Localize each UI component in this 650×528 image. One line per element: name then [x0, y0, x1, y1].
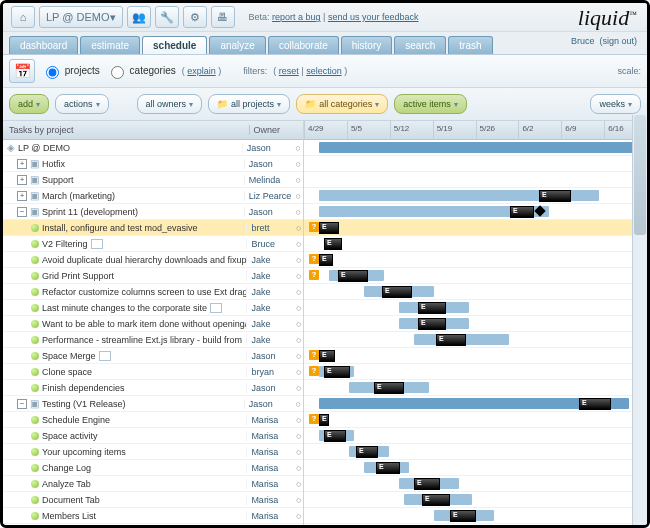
filter-selection[interactable]: selection [306, 66, 342, 76]
estimate-bar[interactable]: E [356, 446, 378, 458]
row-toggle[interactable]: ○ [295, 143, 303, 153]
gantt-row[interactable]: E [304, 204, 647, 220]
feedback-link[interactable]: send us your feedback [328, 12, 419, 22]
tab-collaborate[interactable]: collaborate [268, 36, 339, 54]
task-row[interactable]: Last minute changes to the corporate sit… [3, 300, 303, 316]
row-toggle[interactable]: ○ [296, 191, 304, 201]
gantt-row[interactable] [304, 172, 647, 188]
task-row[interactable]: Your upcoming itemsMarisa○ [3, 444, 303, 460]
calendar-icon[interactable]: 📅 [9, 59, 35, 83]
tab-analyze[interactable]: analyze [209, 36, 265, 54]
task-row[interactable]: Space MergeJason○ [3, 348, 303, 364]
row-toggle[interactable]: ○ [296, 511, 303, 521]
estimate-bar[interactable]: E [319, 222, 339, 234]
task-row[interactable]: +▣March (marketing)Liz Pearce○ [3, 188, 303, 204]
estimate-bar[interactable]: E [418, 318, 446, 330]
estimate-bar[interactable]: E [324, 366, 350, 378]
gantt-row[interactable]: E [304, 332, 647, 348]
home-icon[interactable]: ⌂ [11, 6, 35, 28]
task-row[interactable]: Space activityMarisa○ [3, 428, 303, 444]
report-bug-link[interactable]: report a bug [272, 12, 321, 22]
gantt-row[interactable] [304, 156, 647, 172]
estimate-bar[interactable]: E [539, 190, 571, 202]
task-row[interactable]: +▣SupportMelinda○ [3, 172, 303, 188]
row-toggle[interactable]: ○ [296, 271, 303, 281]
col-owner[interactable]: Owner [249, 125, 303, 135]
row-toggle[interactable]: ○ [296, 463, 303, 473]
task-row[interactable]: Members ListMarisa○ [3, 508, 303, 524]
task-row[interactable]: Avoid duplicate dual hierarchy downloads… [3, 252, 303, 268]
scrollbar[interactable] [632, 115, 647, 525]
radio-projects[interactable]: projects [41, 63, 100, 79]
estimate-bar[interactable]: E [414, 478, 440, 490]
scrollbar-thumb[interactable] [634, 115, 646, 235]
filter-reset[interactable]: reset [279, 66, 299, 76]
gantt-row[interactable]: ?E [304, 412, 647, 428]
estimate-bar[interactable]: E [579, 398, 611, 410]
estimate-bar[interactable]: E [418, 302, 446, 314]
expand-icon[interactable]: + [17, 191, 27, 201]
row-toggle[interactable]: ○ [296, 335, 303, 345]
row-toggle[interactable]: ○ [296, 159, 304, 169]
gantt-row[interactable]: ?E [304, 268, 647, 284]
gantt-row[interactable] [304, 140, 647, 156]
gantt-row[interactable]: ?E [304, 220, 647, 236]
task-row[interactable]: Schedule EngineMarisa○ [3, 412, 303, 428]
signout-link[interactable]: (sign out) [599, 36, 637, 46]
workspace-selector[interactable]: LP @ DEMO ▾ [39, 6, 123, 28]
flag-icon[interactable]: ? [309, 270, 319, 280]
task-row[interactable]: Finish dependenciesJason○ [3, 380, 303, 396]
task-row[interactable]: Search TabMarisa○ [3, 524, 303, 528]
estimate-bar[interactable]: E [510, 206, 534, 218]
tab-search[interactable]: search [394, 36, 446, 54]
row-toggle[interactable]: ○ [296, 479, 303, 489]
wrench-icon[interactable]: 🔧 [155, 6, 179, 28]
printer-icon[interactable]: 🖶 [211, 6, 235, 28]
gantt-row[interactable]: ?E [304, 364, 647, 380]
expand-icon[interactable]: + [17, 159, 27, 169]
collapse-icon[interactable]: − [17, 399, 27, 409]
gantt-row[interactable]: E [304, 428, 647, 444]
row-toggle[interactable]: ○ [296, 239, 303, 249]
tab-trash[interactable]: trash [448, 36, 492, 54]
gantt-row[interactable]: E [304, 444, 647, 460]
estimate-bar[interactable]: E [374, 382, 404, 394]
estimate-bar[interactable]: E [319, 254, 333, 266]
row-toggle[interactable]: ○ [296, 351, 303, 361]
flag-icon[interactable]: ? [309, 254, 319, 264]
gantt-row[interactable]: E [304, 284, 647, 300]
gantt-row[interactable]: E [304, 316, 647, 332]
task-row[interactable]: Analyze TabMarisa○ [3, 476, 303, 492]
add-button[interactable]: add▾ [9, 94, 49, 114]
estimate-bar[interactable]: E [319, 350, 335, 362]
explain-link[interactable]: explain [187, 66, 216, 76]
note-icon[interactable] [91, 239, 103, 249]
estimate-bar[interactable]: E [436, 334, 466, 346]
gantt-row[interactable]: E [304, 300, 647, 316]
tab-estimate[interactable]: estimate [80, 36, 140, 54]
gantt-row[interactable]: ?E [304, 252, 647, 268]
estimate-bar[interactable]: E [450, 510, 476, 522]
task-row[interactable]: Clone spacebryan○ [3, 364, 303, 380]
task-row[interactable]: Install, configure and test mod_evasiveb… [3, 220, 303, 236]
note-icon[interactable] [210, 303, 222, 313]
row-toggle[interactable]: ○ [296, 255, 303, 265]
tab-schedule[interactable]: schedule [142, 36, 207, 54]
projects-filter[interactable]: 📁 all projects▾ [208, 94, 290, 114]
user-name[interactable]: Bruce [571, 36, 595, 46]
tab-history[interactable]: history [341, 36, 392, 54]
row-toggle[interactable]: ○ [296, 223, 303, 233]
task-row[interactable]: −▣Sprint 11 (development)Jason○ [3, 204, 303, 220]
row-toggle[interactable]: ○ [296, 303, 303, 313]
estimate-bar[interactable]: E [382, 286, 412, 298]
gantt-row[interactable]: ?E [304, 348, 647, 364]
task-row[interactable]: −▣Testing (V1 Release)Jason○ [3, 396, 303, 412]
owners-filter[interactable]: all owners▾ [137, 94, 203, 114]
categories-filter[interactable]: 📁 all categories▾ [296, 94, 388, 114]
col-tasks[interactable]: Tasks by project [3, 125, 249, 135]
gantt-row[interactable]: E [304, 492, 647, 508]
estimate-bar[interactable]: E [324, 238, 342, 250]
estimate-bar[interactable]: E [319, 414, 329, 426]
task-row[interactable]: Want to be able to mark item done withou… [3, 316, 303, 332]
row-toggle[interactable]: ○ [296, 495, 303, 505]
